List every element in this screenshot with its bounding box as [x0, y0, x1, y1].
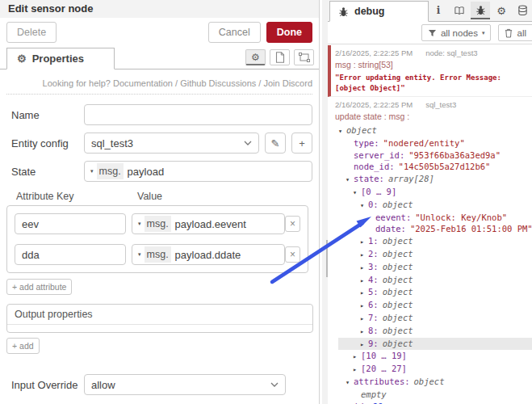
caret-closed-icon[interactable]: ▸ [360, 339, 368, 351]
entity-config-select[interactable]: sql_test3 [84, 133, 259, 154]
sidebar-icon-tabs: i ⚙ [429, 2, 532, 21]
caret-closed-icon[interactable]: ▸ [353, 351, 361, 363]
tree-row: ▸9:object [338, 338, 532, 351]
tab-debug[interactable]: debug [329, 1, 429, 22]
appearance-button[interactable] [294, 49, 314, 65]
tree-key: [10 … 19] [361, 350, 407, 362]
tree-row: ▸2:object [338, 248, 532, 261]
attribute-value-header: Value [137, 191, 162, 202]
tree-key: 1: [368, 235, 379, 247]
debug-tab-icon[interactable] [471, 2, 490, 19]
caret-closed-icon[interactable]: ▸ [360, 326, 368, 338]
close-icon: × [290, 219, 295, 229]
filter-icon [428, 29, 437, 37]
tree-key: 7: [368, 312, 379, 324]
add-attribute-button[interactable]: + add attribute [6, 279, 72, 295]
book-icon [454, 6, 465, 15]
config-nodes-tab[interactable]: ⚙ [492, 2, 511, 19]
debug-message-path: update state : msg : [335, 110, 532, 123]
caret-closed-icon[interactable]: ▸ [360, 249, 368, 261]
caret-closed-icon[interactable]: ▸ [360, 300, 368, 312]
tree-value: "953f66ba36a3ed9a" [408, 149, 501, 162]
help-line[interactable]: Looking for help? Documentation / Github… [6, 74, 312, 95]
panel-splitter[interactable] [320, 0, 328, 404]
state-typed-input[interactable]: ▾ msg. payload [84, 161, 312, 182]
caret-open-icon[interactable]: ▾ [338, 125, 346, 137]
chevron-down-icon [270, 382, 279, 387]
help-tab[interactable] [450, 2, 469, 19]
attribute-value[interactable]: payload.eevent [171, 218, 246, 230]
context-data-tab[interactable] [513, 2, 532, 19]
name-input[interactable] [84, 104, 312, 125]
tree-key: eevent: [375, 212, 411, 224]
attribute-key-input[interactable] [15, 244, 126, 265]
tree-key: 4: [368, 274, 379, 286]
tree-row: id:29 [338, 401, 532, 404]
debug-message-object[interactable]: 2/16/2025, 2:22:25 PM sql_test3 update s… [328, 97, 532, 404]
plus-icon: + [299, 137, 305, 149]
caret-closed-icon[interactable]: ▸ [360, 262, 368, 274]
caret-closed-icon[interactable]: ▸ [360, 287, 368, 299]
chevron-down-icon [244, 141, 252, 145]
caret-closed-icon[interactable]: ▸ [360, 275, 368, 287]
input-override-select[interactable]: allow [84, 374, 286, 395]
tree-key: 2: [368, 248, 379, 260]
debug-message-error[interactable]: 2/16/2025, 2:22:25 PM node: sql_test3 ms… [328, 45, 532, 97]
tree-value: "2025-Feb16 01:51:00 PM" [410, 223, 532, 235]
tree-key: node_id: [354, 161, 395, 173]
cancel-button[interactable]: Cancel [208, 22, 261, 43]
caret-closed-icon[interactable]: ▸ [360, 313, 368, 325]
caret-open-icon[interactable]: ▾ [346, 377, 354, 389]
tray-title: Edit sensor node [0, 0, 319, 18]
debug-clear-label: all [517, 28, 526, 38]
debug-filter-button[interactable]: all nodes ▾ [421, 24, 492, 41]
caret-open-icon[interactable]: ▾ [360, 200, 368, 212]
output-properties-box: Output properties [6, 304, 313, 333]
tree-key: id: [354, 401, 369, 404]
delete-button[interactable]: Delete [6, 22, 57, 43]
caret-closed-icon[interactable]: ▸ [360, 236, 368, 248]
info-tab[interactable]: i [429, 2, 448, 19]
tree-key: 6: [368, 299, 379, 311]
output-properties-list [7, 325, 312, 332]
caret-open-icon[interactable]: ▾ [346, 174, 354, 186]
tree-value: object [383, 261, 413, 273]
state-label: State [6, 166, 84, 178]
properties-gear-button[interactable]: ⚙ [245, 49, 266, 65]
attribute-list: ▾ msg. payload.eevent × ▾ ms [6, 205, 308, 273]
debug-node-name: node: sql_test3 [425, 48, 477, 57]
tree-key: 9: [368, 338, 379, 350]
debug-clear-button[interactable]: all [498, 24, 532, 41]
done-button[interactable]: Done [266, 22, 312, 43]
tab-properties[interactable]: ⚙ Properties [6, 48, 115, 69]
state-type-button[interactable]: ▾ msg. [85, 162, 124, 181]
debug-message-meta: 2/16/2025, 2:22:25 PM node: sql_test3 [335, 47, 532, 58]
tab-properties-label: Properties [32, 53, 84, 65]
add-output-property-button[interactable]: + add [6, 338, 40, 354]
tree-row: ▸4:object [338, 274, 532, 287]
output-properties-label: Output properties [7, 305, 312, 325]
attribute-type-label: msg. [145, 216, 171, 232]
attribute-key-input[interactable] [15, 213, 126, 234]
debug-scrollbar-thumb[interactable] [326, 240, 328, 277]
json-tree: ▾objecttype:"nodered/entity"server_id:"9… [335, 123, 532, 404]
add-entity-button[interactable]: + [291, 133, 312, 154]
caret-open-icon[interactable]: ▾ [353, 187, 361, 199]
remove-attribute-button[interactable]: × [285, 216, 300, 232]
caret-closed-icon[interactable]: ▸ [353, 364, 361, 376]
state-value[interactable]: payload [124, 166, 165, 178]
tree-key: 3: [368, 261, 379, 273]
attribute-value[interactable]: payload.ddate [171, 249, 241, 261]
attribute-value-typed-input[interactable]: ▾ msg. payload.eevent [132, 213, 285, 234]
description-button[interactable] [270, 49, 290, 65]
edit-tab-icon-buttons: ⚙ [245, 49, 319, 69]
attribute-value-typed-input[interactable]: ▾ msg. payload.ddate [132, 244, 285, 265]
edit-entity-button[interactable]: ✎ [265, 133, 286, 154]
tree-value: object [383, 286, 413, 298]
attribute-type-button[interactable]: ▾ msg. [132, 214, 171, 234]
entity-config-row: Entity config sql_test3 ✎ + [6, 133, 312, 154]
tree-row: ▾[0 … 9] [338, 186, 532, 199]
remove-attribute-button[interactable]: × [285, 246, 300, 263]
attribute-type-button[interactable]: ▾ msg. [132, 245, 171, 264]
attribute-table-header: Attribute Key Value [6, 189, 312, 205]
